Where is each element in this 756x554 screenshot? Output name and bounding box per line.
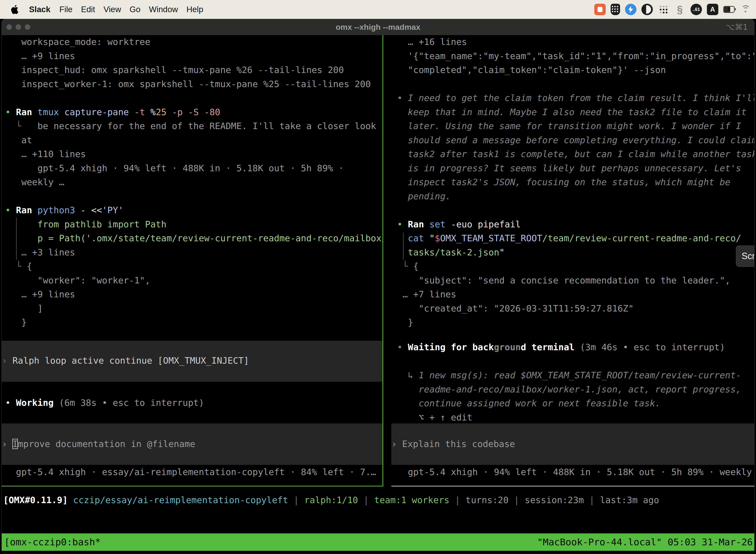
menu-window[interactable]: Window — [145, 5, 182, 14]
terminal-line: } — [5, 316, 382, 330]
terminal-line: inspect_worker-1: omx sparkshell --tmux-… — [5, 77, 382, 91]
terminal-line: gpt-5.4 xhigh · essay/ai-reimplementatio… — [5, 465, 382, 479]
terminal-window: omx --xhigh --madmax ⌥⌘1 workspace_mode:… — [1, 19, 755, 554]
terminal-line: "subject": "send a concise recommendatio… — [397, 274, 755, 288]
left-pane-footer-rule — [2, 486, 382, 487]
terminal-line: └ { — [397, 259, 755, 274]
terminal-line: • Waiting for background terminal (3m 46… — [397, 340, 755, 354]
terminal-line: "worker": "worker-1", — [5, 274, 382, 288]
menu-view[interactable]: View — [99, 5, 125, 14]
screenshot-toast-label: Scre — [742, 251, 755, 261]
terminal-line — [397, 77, 755, 91]
terminal-line: readme-and-reco/mailbox/worker-1.json, a… — [397, 383, 755, 397]
terminal-line: "created_at": "2026-03-31T11:59:27.816Z" — [397, 301, 755, 316]
status-icons: §..61A — [594, 4, 756, 15]
screenshot-toast: Scre — [736, 245, 755, 267]
input-source-icon[interactable]: A — [707, 4, 718, 15]
terminal-line: later. Using the same for transition mig… — [397, 119, 755, 133]
terminal-line: should send a message before completing … — [397, 133, 755, 148]
terminal-line: workspace_mode: worktree — [5, 35, 382, 49]
terminal-line: … +110 lines — [5, 147, 382, 161]
terminal-line: from pathlib import Path — [5, 217, 382, 232]
terminal-line: is in progress? It seems likely but perh… — [397, 161, 755, 175]
terminal-line: keep that in mind. Maybe I also need the… — [397, 105, 755, 119]
right-pane-output: … +16 lines '{"team_name":"my-team","tas… — [397, 35, 755, 330]
battery-icon[interactable] — [723, 4, 735, 15]
terminal-line: '{"team_name":"my-team","task_id":"1","f… — [397, 49, 755, 63]
left-working-status: • Working (6m 38s • esc to interrupt) — [5, 396, 382, 410]
terminal-line: "completed","claim_token":"claim-token"}… — [397, 63, 755, 77]
terminal-line: • Ran tmux capture-pane -t %25 -p -S -80 — [5, 105, 382, 119]
terminal-line: … +9 lines — [5, 287, 382, 301]
terminal-line: ⌥ + ↑ edit — [397, 410, 755, 425]
terminal-line: › Ralph loop active continue [OMX_TMUX_I… — [2, 354, 382, 368]
python-block-connector — [16, 218, 17, 260]
dark-crescent-icon[interactable] — [641, 4, 653, 15]
terminal-line: continue assigned work or next feasible … — [397, 396, 755, 410]
terminal-line: › Improve documentation in @filename — [2, 437, 382, 451]
terminal-line — [397, 203, 755, 217]
terminal-line: weekly … — [5, 175, 382, 189]
right-waiting-status: • Waiting for background terminal (3m 46… — [397, 340, 755, 425]
terminal-line: … +9 lines — [5, 49, 382, 63]
shield-grid-icon[interactable] — [611, 4, 620, 15]
terminal-line: p = Path('.omx/state/team/review-current… — [5, 231, 382, 245]
terminal-line: tasks/task-2.json" — [397, 245, 755, 260]
left-composer-input[interactable]: › Improve documentation in @filename — [2, 424, 382, 465]
terminal-line: ↳ 1 new msg(s): read $OMX_TEAM_STATE_ROO… — [397, 368, 755, 383]
terminal-line: … +3 lines — [5, 245, 382, 260]
terminal-line: • Working (6m 38s • esc to interrupt) — [5, 396, 382, 410]
terminal-line: • I need to get the claim token from the… — [397, 91, 755, 105]
terminal-line: } — [397, 316, 755, 330]
ralph-loop-band: › Ralph loop active continue [OMX_TMUX_I… — [2, 341, 382, 382]
terminal-line: cat "$OMX_TEAM_STATE_ROOT/team/review-cu… — [397, 231, 755, 245]
left-model-statusline: gpt-5.4 xhigh · essay/ai-reimplementatio… — [5, 465, 382, 479]
menu-bar: SlackFileEditViewGoWindowHelp §..61A — [0, 0, 756, 19]
right-model-statusline: gpt-5.4 xhigh · 94% left · 488K in · 5.1… — [397, 465, 755, 479]
terminal-line: ] — [5, 301, 382, 316]
right-pane-footer-rule — [391, 486, 755, 487]
omx-status-bar: [OMX#0.11.9] cczip/essay/ai-reimplementa… — [3, 493, 753, 507]
left-pane-output: workspace_mode: worktree … +9 lines insp… — [5, 35, 382, 330]
tmux-host-clock: "MacBook-Pro-44.local" 05:03 31-Mar-26 — [537, 537, 754, 548]
tmux-status-bar: [omx-cczip0:bash* "MacBook-Pro-44.local"… — [2, 534, 754, 551]
menu-go[interactable]: Go — [125, 5, 145, 14]
blue-bolt-badge-icon[interactable] — [625, 4, 636, 15]
terminal-line: └ { — [5, 259, 382, 274]
app-menus: SlackFileEditViewGoWindowHelp — [0, 4, 208, 15]
terminal-line: … +16 lines — [397, 35, 755, 49]
terminal-line: › Explain this codebase — [391, 437, 755, 451]
chat-app-icon[interactable] — [594, 4, 606, 15]
terminal-line: gpt-5.4 xhigh · 94% left · 488K in · 5.1… — [397, 465, 755, 479]
terminal-line: at — [5, 133, 382, 148]
cat-block-connector — [403, 233, 403, 260]
menu-edit[interactable]: Edit — [77, 5, 99, 14]
terminal-line — [397, 354, 755, 369]
menu-file[interactable]: File — [55, 5, 77, 14]
menu-slack[interactable]: Slack — [24, 5, 55, 14]
pane-divider — [382, 35, 383, 487]
terminal-layer: workspace_mode: worktree … +9 lines insp… — [2, 19, 754, 554]
terminal-line: task2 after task1 is complete, but can I… — [397, 147, 755, 161]
terminal-line: … +7 lines — [397, 287, 755, 301]
terminal-line: • Ran set -euo pipefail — [397, 217, 755, 232]
menu-help[interactable]: Help — [182, 5, 208, 14]
wifi-icon[interactable] — [740, 4, 751, 15]
terminal-line: inspect_hud: omx sparkshell --tmux-pane … — [5, 63, 382, 77]
terminal-line: • Ran python3 - <<'PY' — [5, 203, 382, 217]
squiggle-icon[interactable]: § — [674, 4, 686, 15]
apple-logo-icon[interactable] — [11, 4, 21, 15]
terminal-line: [OMX#0.11.9] cczip/essay/ai-reimplementa… — [3, 493, 753, 507]
terminal-line: └ be necessary for the end of the README… — [5, 119, 382, 133]
terminal-line: inspect task2's JSON, focusing on the st… — [397, 175, 755, 189]
dots-grid-icon[interactable] — [658, 4, 669, 15]
terminal-line: gpt-5.4 xhigh · 94% left · 488K in · 5.1… — [5, 161, 382, 175]
terminal-line — [5, 91, 382, 105]
countdown-badge-icon[interactable]: ..61 — [691, 4, 702, 15]
right-composer-input[interactable]: › Explain this codebase — [391, 424, 755, 465]
terminal-line — [5, 189, 382, 204]
terminal-line: pending. — [397, 189, 755, 204]
tmux-session-label: [omx-cczip0:bash* — [2, 537, 101, 548]
